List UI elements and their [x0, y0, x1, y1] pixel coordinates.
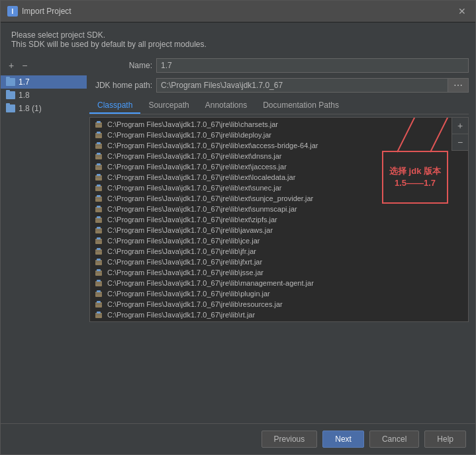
bottom-bar: Previous Next Cancel Help: [1, 423, 475, 454]
previous-button[interactable]: Previous: [262, 431, 318, 448]
svg-rect-10: [97, 153, 101, 155]
svg-rect-28: [97, 216, 101, 218]
svg-rect-42: [95, 270, 102, 276]
tab-sourcepath[interactable]: Sourcepath: [140, 98, 197, 114]
list-toolbar: + −: [452, 118, 468, 151]
jdk-path-row: JDK home path: ⋯: [89, 78, 469, 93]
name-input[interactable]: [156, 58, 469, 73]
import-project-dialog: I Import Project ✕ Please select project…: [0, 0, 476, 455]
jar-icon: [94, 204, 103, 214]
classpath-list-wrapper: C:\Program Files\Java\jdk1.7.0_67\jre\li…: [89, 117, 469, 418]
list-add-button[interactable]: +: [452, 118, 468, 134]
svg-rect-45: [95, 281, 102, 286]
jar-icon: [94, 257, 103, 267]
jar-icon: [94, 162, 103, 171]
jdk-path-input-group: ⋯: [156, 78, 469, 93]
sdk-item-1-7[interactable]: 1.7: [1, 75, 87, 89]
close-button[interactable]: ✕: [455, 5, 469, 18]
svg-rect-19: [97, 185, 101, 186]
folder-icon-1-8-1: [6, 104, 15, 112]
jar-icon: [94, 278, 103, 288]
tab-annotations[interactable]: Annotations: [197, 98, 255, 114]
svg-rect-46: [97, 280, 101, 282]
jar-icon: [94, 310, 103, 319]
svg-rect-49: [97, 290, 101, 292]
sdk-label-1-8-1: 1.8 (1): [19, 104, 42, 113]
tab-documentation-paths[interactable]: Documentation Paths: [255, 98, 347, 114]
dialog-body: Please select project SDK. This SDK will…: [1, 22, 475, 454]
red-arrow-path: [384, 117, 424, 159]
svg-rect-1: [97, 121, 101, 123]
svg-rect-39: [95, 260, 102, 265]
svg-rect-3: [95, 133, 102, 138]
browse-folder-button[interactable]: ⋯: [448, 78, 469, 93]
dialog-title: Import Project: [22, 7, 71, 16]
right-panel: Name: JDK home path: ⋯ Classpath Sourcep…: [87, 56, 475, 421]
annotation-box: 选择 jdk 版本1.5——1.7: [382, 151, 448, 204]
svg-rect-55: [97, 311, 101, 313]
sdk-label-1-7: 1.7: [19, 77, 30, 87]
jar-icon: [94, 226, 103, 235]
content-area: + − 1.7 1.8 1.8 (1): [1, 53, 475, 423]
svg-rect-7: [97, 142, 101, 144]
cancel-button[interactable]: Cancel: [369, 431, 419, 448]
svg-rect-54: [95, 313, 102, 318]
list-remove-button[interactable]: −: [452, 134, 468, 151]
svg-rect-31: [97, 227, 101, 229]
jar-icon: [94, 130, 103, 140]
svg-rect-0: [95, 122, 102, 128]
svg-rect-6: [95, 144, 102, 149]
add-sdk-button[interactable]: +: [6, 60, 17, 71]
list-item: C:\Program Files\Java\jdk1.7.0_67\jre\li…: [90, 246, 468, 257]
next-button[interactable]: Next: [322, 431, 364, 448]
jar-icon: [94, 173, 103, 182]
sdk-label-1-8: 1.8: [19, 91, 30, 100]
name-label: Name:: [89, 61, 152, 70]
annotation-text: 选择 jdk 版本1.5——1.7: [389, 165, 441, 189]
jar-icon: [94, 289, 103, 298]
svg-rect-15: [95, 175, 102, 181]
help-button[interactable]: Help: [424, 431, 466, 448]
list-item: C:\Program Files\Java\jdk1.7.0_67\jre\li…: [90, 235, 468, 246]
folder-icon-1-8: [6, 91, 15, 99]
description-line2: This SDK will be used by default by all …: [11, 40, 465, 49]
jar-icon: [94, 120, 103, 129]
jar-icon: [94, 215, 103, 224]
classpath-list[interactable]: C:\Program Files\Java\jdk1.7.0_67\jre\li…: [89, 117, 469, 322]
svg-rect-52: [97, 301, 101, 303]
sdk-item-1-8-1[interactable]: 1.8 (1): [1, 102, 87, 115]
svg-rect-25: [97, 206, 101, 208]
jar-icon: [94, 141, 103, 150]
list-item: C:\Program Files\Java\jdk1.7.0_67\jre\li…: [90, 310, 468, 320]
svg-rect-36: [95, 249, 102, 255]
svg-rect-13: [97, 163, 101, 165]
svg-rect-24: [95, 207, 102, 212]
remove-sdk-button[interactable]: −: [19, 60, 30, 71]
svg-rect-16: [97, 174, 101, 176]
svg-rect-12: [95, 165, 102, 170]
list-item: C:\Program Files\Java\jdk1.7.0_67\jre\li…: [90, 288, 468, 299]
description-line1: Please select project SDK.: [11, 30, 465, 40]
list-item: C:\Program Files\Java\jdk1.7.0_67\jre\li…: [90, 299, 468, 310]
svg-rect-27: [95, 218, 102, 223]
list-item: C:\Program Files\Java\jdk1.7.0_67\jre\li…: [90, 225, 468, 235]
list-item: C:\Program Files\Java\jdk1.7.0_67\jre\li…: [90, 278, 468, 288]
folder-icon-1-7: [6, 78, 15, 86]
svg-rect-9: [95, 154, 102, 159]
svg-rect-51: [95, 302, 102, 308]
list-item: C:\Program Files\Java\jdk1.7.0_67\jre\li…: [90, 257, 468, 267]
sdk-toolbar: + −: [1, 58, 87, 75]
sdk-item-1-8[interactable]: 1.8: [1, 89, 87, 102]
list-item: C:\Program Files\Java\jdk1.7.0_67\jre\li…: [90, 204, 468, 214]
tabs-row: Classpath Sourcepath Annotations Documen…: [89, 98, 469, 114]
tab-classpath[interactable]: Classpath: [89, 98, 140, 114]
jar-icon: [94, 300, 103, 309]
svg-rect-4: [97, 132, 101, 134]
jdk-path-input[interactable]: [156, 78, 448, 93]
svg-rect-34: [97, 237, 101, 239]
svg-rect-21: [95, 196, 102, 202]
name-row: Name:: [89, 58, 469, 73]
svg-rect-43: [97, 269, 101, 271]
svg-rect-33: [95, 239, 102, 244]
list-item: C:\Program Files\Java\jdk1.7.0_67\jre\li…: [90, 214, 468, 225]
